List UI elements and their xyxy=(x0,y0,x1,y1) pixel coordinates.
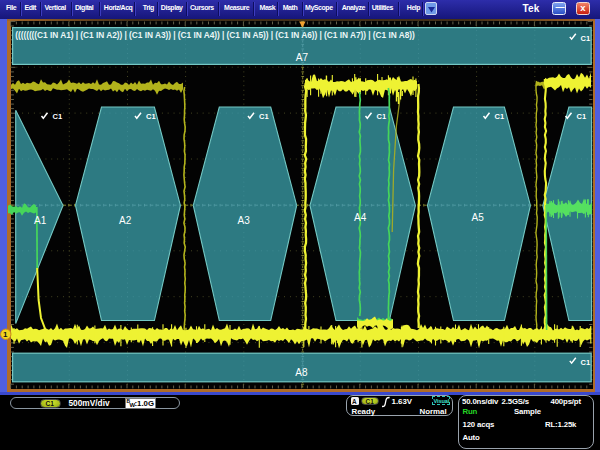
svg-text:A7: A7 xyxy=(296,52,309,63)
svg-text:A5: A5 xyxy=(472,212,485,223)
svg-text:C1: C1 xyxy=(377,112,387,121)
svg-text:C1: C1 xyxy=(53,112,63,121)
svg-text:C1: C1 xyxy=(577,112,587,121)
svg-text:((((((((C1 IN A1) | (C1 IN A2): ((((((((C1 IN A1) | (C1 IN A2)) | (C1 IN… xyxy=(15,30,415,40)
svg-text:1: 1 xyxy=(3,330,8,339)
svg-text:A8: A8 xyxy=(295,367,308,378)
svg-text:A3: A3 xyxy=(238,215,251,226)
svg-text:A4: A4 xyxy=(354,212,367,223)
svg-text:C1: C1 xyxy=(581,34,591,43)
svg-text:C1: C1 xyxy=(581,358,591,367)
svg-text:C1: C1 xyxy=(495,112,505,121)
svg-text:C1: C1 xyxy=(146,112,156,121)
svg-text:A2: A2 xyxy=(119,215,132,226)
svg-text:A1: A1 xyxy=(34,215,47,226)
svg-text:C1: C1 xyxy=(259,112,269,121)
